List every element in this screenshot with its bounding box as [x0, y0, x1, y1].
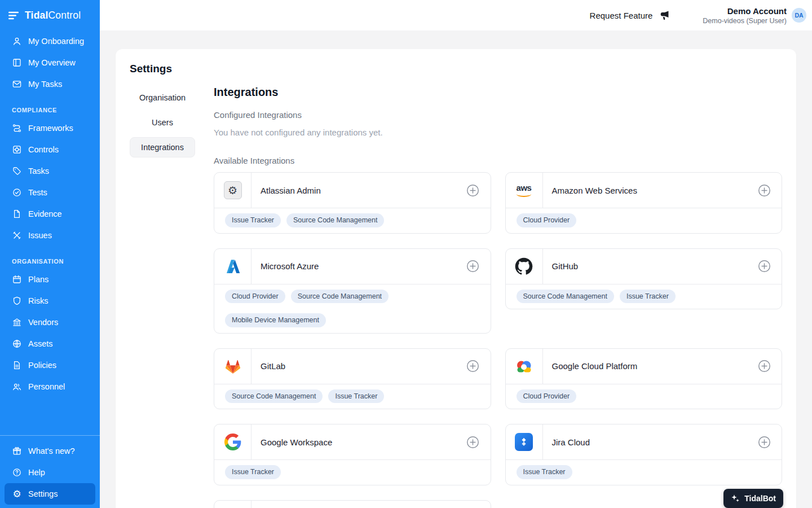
book-icon: [12, 58, 22, 68]
sidebar-item-plans[interactable]: Plans: [0, 269, 100, 290]
sidebar-item-my-overview[interactable]: My Overview: [0, 52, 100, 73]
sidebar-item-label: My Onboarding: [28, 37, 84, 46]
sidebar-item-tests[interactable]: Tests: [0, 182, 100, 203]
add-integration-button[interactable]: [456, 249, 491, 284]
account-menu[interactable]: Demo Account Demo-videos (Super User) DA: [703, 6, 806, 25]
tag-pill: Issue Tracker: [517, 465, 572, 479]
add-integration-button[interactable]: [456, 349, 491, 384]
sidebar-footer: What's new? Help ⚙ Settings: [0, 435, 100, 508]
sidebar-item-label: Frameworks: [28, 124, 73, 133]
check-circle-icon: [12, 187, 22, 198]
sidebar-item-frameworks[interactable]: Frameworks: [0, 117, 100, 139]
globe-icon: [12, 339, 22, 349]
sidebar-item-risks[interactable]: Risks: [0, 290, 100, 312]
integrations-grid: ⚙ Atlassian Admin Issue Tracker So: [214, 172, 782, 508]
plus-circle-icon: [758, 360, 771, 373]
sidebar-item-settings[interactable]: ⚙ Settings: [5, 483, 95, 505]
sidebar-section-compliance: COMPLIANCE: [0, 95, 100, 117]
mail-icon: [12, 79, 22, 89]
sidebar-item-evidence[interactable]: Evidence: [0, 203, 100, 225]
integration-card-kandji: Kandji: [214, 500, 491, 508]
integration-name: GitHub: [543, 249, 747, 284]
plus-circle-icon: [758, 184, 771, 197]
sidebar-item-policies[interactable]: Policies: [0, 354, 100, 376]
add-integration-button[interactable]: [747, 249, 782, 284]
sidebar-item-whats-new[interactable]: What's new?: [0, 440, 100, 462]
gitlab-logo: [214, 349, 251, 384]
sidebar-item-label: Risks: [28, 296, 48, 305]
atlassian-admin-logo: ⚙: [214, 173, 251, 208]
sidebar-item-label: Vendors: [28, 318, 58, 327]
gift-icon: [12, 446, 22, 456]
sidebar-item-label: Plans: [28, 275, 48, 284]
document-icon: [12, 360, 22, 370]
request-feature-label: Request Feature: [590, 11, 653, 20]
github-logo: [506, 249, 543, 284]
sidebar-item-tasks[interactable]: Tasks: [0, 160, 100, 182]
tab-integrations[interactable]: Integrations: [130, 137, 195, 157]
tag-pill: Source Code Management: [291, 290, 389, 304]
plus-circle-icon: [758, 260, 771, 273]
integration-name: Amazon Web Services: [543, 173, 747, 208]
sidebar-item-my-onboarding[interactable]: My Onboarding: [0, 30, 100, 52]
integration-card-google-workspace: Google Workspace Issue Tracker: [214, 424, 491, 485]
dial-icon: [12, 144, 22, 155]
app-logo[interactable]: TidalControl: [0, 0, 100, 30]
add-integration-button[interactable]: [747, 349, 782, 384]
tab-users[interactable]: Users: [130, 112, 195, 133]
avatar[interactable]: DA: [792, 8, 806, 23]
jira-logo: [506, 424, 543, 459]
aws-smile-icon: [517, 191, 531, 197]
integration-card-azure: Microsoft Azure Cloud Provider Source Co…: [214, 248, 491, 334]
add-integration-button[interactable]: [747, 173, 782, 208]
tidalbot-button[interactable]: TidalBot: [723, 489, 783, 508]
tag-pill: Source Code Management: [517, 290, 614, 304]
sidebar-item-label: Help: [28, 468, 45, 477]
file-icon: [12, 209, 22, 219]
add-integration-button[interactable]: [456, 173, 491, 208]
tag-pill: Issue Tracker: [328, 389, 384, 404]
brand-name-light: Control: [48, 10, 81, 21]
settings-subnav: Organisation Users Integrations: [130, 87, 195, 157]
app-root: TidalControl My Onboarding My Overview M…: [0, 0, 812, 508]
integration-card-atlassian-admin: ⚙ Atlassian Admin Issue Tracker So: [214, 172, 491, 234]
kandji-logo: [214, 501, 251, 508]
sidebar-item-my-tasks[interactable]: My Tasks: [0, 73, 100, 95]
tag-pill: Mobile Device Management: [225, 313, 326, 327]
request-feature-button[interactable]: Request Feature: [590, 10, 670, 21]
sidebar-item-issues[interactable]: Issues: [0, 225, 100, 246]
sidebar-item-label: Policies: [28, 361, 56, 370]
sidebar-item-label: My Tasks: [28, 80, 62, 89]
tab-organisation[interactable]: Organisation: [130, 87, 195, 108]
help-circle-icon: [12, 467, 22, 478]
tag-pill: Cloud Provider: [225, 290, 285, 304]
sidebar-item-vendors[interactable]: Vendors: [0, 312, 100, 333]
integration-card-gcp: Google Cloud Platform Cloud Provider: [505, 348, 783, 410]
configured-empty-text: You have not configured any integrations…: [214, 128, 782, 137]
integration-name: Google Cloud Platform: [543, 349, 747, 384]
google-cloud-logo: [506, 349, 543, 384]
sidebar-item-controls[interactable]: Controls: [0, 139, 100, 160]
plus-circle-icon: [758, 436, 771, 449]
integration-name: GitLab: [251, 349, 456, 384]
people-icon: [12, 382, 22, 392]
sidebar-item-help[interactable]: Help: [0, 462, 100, 483]
add-integration-button[interactable]: [747, 424, 782, 459]
integration-name: Google Workspace: [251, 424, 456, 459]
sidebar-item-personnel[interactable]: Personnel: [0, 376, 100, 397]
sidebar-item-assets[interactable]: Assets: [0, 333, 100, 354]
integration-card-aws: aws Amazon Web Services: [505, 172, 783, 234]
tag-pill: Issue Tracker: [225, 465, 281, 479]
settings-card: Settings Organisation Users Integrations…: [116, 49, 796, 508]
tools-icon: [12, 230, 22, 240]
gear-icon: ⚙: [228, 185, 237, 196]
sidebar-item-label: Evidence: [28, 209, 62, 218]
integration-name: Atlassian Admin: [251, 173, 456, 208]
sidebar-item-label: Assets: [28, 339, 53, 348]
calendar-icon: [12, 274, 22, 284]
sidebar-item-label: Issues: [28, 231, 52, 240]
add-integration-button[interactable]: [456, 501, 491, 508]
add-integration-button[interactable]: [456, 424, 491, 459]
integrations-panel: Integrations Configured Integrations You…: [214, 87, 782, 508]
google-logo: [214, 424, 251, 459]
